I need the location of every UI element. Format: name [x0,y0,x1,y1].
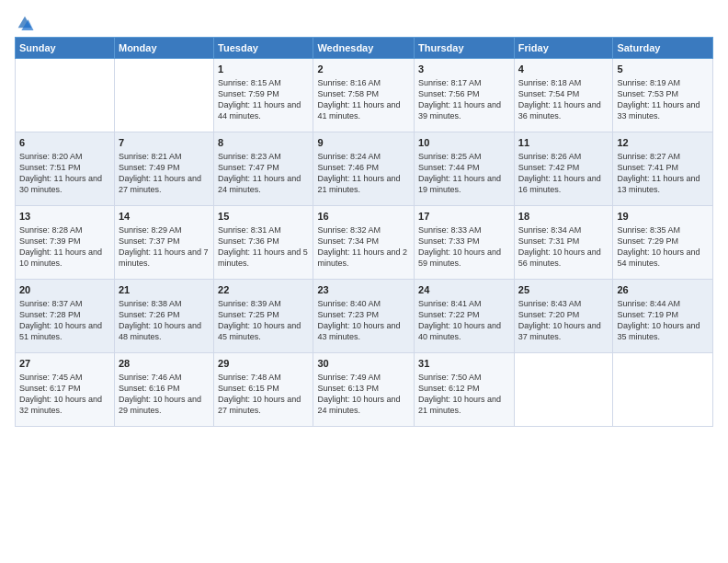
day-number: 27 [19,357,110,371]
calendar-cell: 3Sunrise: 8:17 AMSunset: 7:56 PMDaylight… [415,59,515,132]
day-number: 4 [518,63,609,76]
day-number: 16 [317,210,410,224]
day-content: Sunrise: 8:38 AMSunset: 7:26 PMDaylight:… [119,299,201,341]
day-number: 15 [218,210,309,224]
calendar-cell: 28Sunrise: 7:46 AMSunset: 6:16 PMDayligh… [114,353,213,427]
day-number: 10 [418,136,510,150]
calendar-cell: 27Sunrise: 7:45 AMSunset: 6:17 PMDayligh… [16,353,115,427]
day-number: 17 [418,210,510,224]
weekday-header-row: SundayMondayTuesdayWednesdayThursdayFrid… [16,38,713,59]
day-content: Sunrise: 8:24 AMSunset: 7:46 PMDaylight:… [317,152,400,194]
logo-icon [15,13,35,33]
header [15,9,713,33]
day-number: 5 [617,63,709,76]
day-number: 13 [19,210,110,224]
day-number: 25 [518,283,609,297]
day-number: 20 [19,283,110,297]
day-content: Sunrise: 8:35 AMSunset: 7:29 PMDaylight:… [617,225,700,268]
week-row-1: 1Sunrise: 8:15 AMSunset: 7:59 PMDaylight… [16,59,713,132]
week-row-5: 27Sunrise: 7:45 AMSunset: 6:17 PMDayligh… [16,353,713,427]
weekday-header-monday: Monday [114,38,213,59]
day-content: Sunrise: 8:31 AMSunset: 7:36 PMDaylight:… [218,225,308,268]
calendar-cell: 15Sunrise: 8:31 AMSunset: 7:36 PMDayligh… [214,206,313,280]
calendar-cell: 12Sunrise: 8:27 AMSunset: 7:41 PMDayligh… [613,132,713,206]
calendar-table: SundayMondayTuesdayWednesdayThursdayFrid… [15,37,713,427]
calendar-cell: 7Sunrise: 8:21 AMSunset: 7:49 PMDaylight… [114,132,213,206]
day-content: Sunrise: 8:34 AMSunset: 7:31 PMDaylight:… [518,225,601,268]
calendar-cell: 10Sunrise: 8:25 AMSunset: 7:44 PMDayligh… [415,132,515,206]
day-content: Sunrise: 8:20 AMSunset: 7:51 PMDaylight:… [19,152,102,194]
day-number: 6 [19,136,110,150]
day-number: 26 [617,283,709,297]
day-content: Sunrise: 7:46 AMSunset: 6:16 PMDaylight:… [119,373,201,415]
calendar-cell: 6Sunrise: 8:20 AMSunset: 7:51 PMDaylight… [16,132,115,206]
day-content: Sunrise: 8:17 AMSunset: 7:56 PMDaylight:… [418,78,501,121]
day-content: Sunrise: 7:50 AMSunset: 6:12 PMDaylight:… [418,373,501,415]
day-content: Sunrise: 8:27 AMSunset: 7:41 PMDaylight:… [617,152,700,194]
day-number: 3 [418,63,510,76]
day-content: Sunrise: 8:26 AMSunset: 7:42 PMDaylight:… [518,152,601,194]
day-content: Sunrise: 8:44 AMSunset: 7:19 PMDaylight:… [617,299,700,341]
calendar-cell: 31Sunrise: 7:50 AMSunset: 6:12 PMDayligh… [415,353,515,427]
calendar-cell: 24Sunrise: 8:41 AMSunset: 7:22 PMDayligh… [415,280,515,353]
day-number: 1 [218,63,309,76]
day-content: Sunrise: 8:40 AMSunset: 7:23 PMDaylight:… [317,299,400,341]
calendar-cell: 9Sunrise: 8:24 AMSunset: 7:46 PMDaylight… [313,132,415,206]
day-number: 2 [317,63,410,76]
calendar-cell: 25Sunrise: 8:43 AMSunset: 7:20 PMDayligh… [514,280,613,353]
day-content: Sunrise: 8:16 AMSunset: 7:58 PMDaylight:… [317,78,400,121]
calendar-cell: 8Sunrise: 8:23 AMSunset: 7:47 PMDaylight… [214,132,313,206]
day-content: Sunrise: 8:41 AMSunset: 7:22 PMDaylight:… [418,299,501,341]
calendar-cell [514,353,613,427]
calendar-cell [613,353,713,427]
calendar-cell [114,59,213,132]
day-number: 31 [418,357,510,371]
day-content: Sunrise: 8:28 AMSunset: 7:39 PMDaylight:… [19,225,102,268]
weekday-header-friday: Friday [514,38,613,59]
day-content: Sunrise: 8:18 AMSunset: 7:54 PMDaylight:… [518,78,601,121]
day-content: Sunrise: 8:23 AMSunset: 7:47 PMDaylight:… [218,152,301,194]
calendar-cell: 18Sunrise: 8:34 AMSunset: 7:31 PMDayligh… [514,206,613,280]
calendar-cell: 11Sunrise: 8:26 AMSunset: 7:42 PMDayligh… [514,132,613,206]
week-row-2: 6Sunrise: 8:20 AMSunset: 7:51 PMDaylight… [16,132,713,206]
day-number: 7 [119,136,210,150]
day-number: 9 [317,136,410,150]
day-number: 28 [119,357,210,371]
day-content: Sunrise: 7:45 AMSunset: 6:17 PMDaylight:… [19,373,102,415]
day-number: 29 [218,357,309,371]
calendar-cell: 16Sunrise: 8:32 AMSunset: 7:34 PMDayligh… [313,206,415,280]
weekday-header-thursday: Thursday [415,38,515,59]
day-content: Sunrise: 8:29 AMSunset: 7:37 PMDaylight:… [119,225,209,268]
calendar-cell: 22Sunrise: 8:39 AMSunset: 7:25 PMDayligh… [214,280,313,353]
calendar-cell: 2Sunrise: 8:16 AMSunset: 7:58 PMDaylight… [313,59,415,132]
weekday-header-saturday: Saturday [613,38,713,59]
day-content: Sunrise: 8:32 AMSunset: 7:34 PMDaylight:… [317,225,407,268]
day-number: 12 [617,136,709,150]
page: SundayMondayTuesdayWednesdayThursdayFrid… [0,0,728,563]
day-content: Sunrise: 8:33 AMSunset: 7:33 PMDaylight:… [418,225,501,268]
day-number: 18 [518,210,609,224]
day-content: Sunrise: 8:39 AMSunset: 7:25 PMDaylight:… [218,299,301,341]
weekday-header-sunday: Sunday [16,38,115,59]
day-content: Sunrise: 8:43 AMSunset: 7:20 PMDaylight:… [518,299,601,341]
calendar-cell: 5Sunrise: 8:19 AMSunset: 7:53 PMDaylight… [613,59,713,132]
calendar-cell: 26Sunrise: 8:44 AMSunset: 7:19 PMDayligh… [613,280,713,353]
calendar-cell: 23Sunrise: 8:40 AMSunset: 7:23 PMDayligh… [313,280,415,353]
day-number: 30 [317,357,410,371]
logo [15,9,39,33]
calendar-cell: 13Sunrise: 8:28 AMSunset: 7:39 PMDayligh… [16,206,115,280]
day-content: Sunrise: 8:25 AMSunset: 7:44 PMDaylight:… [418,152,501,194]
day-content: Sunrise: 7:48 AMSunset: 6:15 PMDaylight:… [218,373,301,415]
calendar-cell [16,59,115,132]
weekday-header-wednesday: Wednesday [313,38,415,59]
calendar-cell: 20Sunrise: 8:37 AMSunset: 7:28 PMDayligh… [16,280,115,353]
week-row-3: 13Sunrise: 8:28 AMSunset: 7:39 PMDayligh… [16,206,713,280]
calendar-cell: 4Sunrise: 8:18 AMSunset: 7:54 PMDaylight… [514,59,613,132]
day-number: 22 [218,283,309,297]
day-content: Sunrise: 8:21 AMSunset: 7:49 PMDaylight:… [119,152,201,194]
day-content: Sunrise: 7:49 AMSunset: 6:13 PMDaylight:… [317,373,400,415]
calendar-cell: 17Sunrise: 8:33 AMSunset: 7:33 PMDayligh… [415,206,515,280]
day-number: 14 [119,210,210,224]
day-content: Sunrise: 8:15 AMSunset: 7:59 PMDaylight:… [218,78,301,121]
calendar-cell: 14Sunrise: 8:29 AMSunset: 7:37 PMDayligh… [114,206,213,280]
